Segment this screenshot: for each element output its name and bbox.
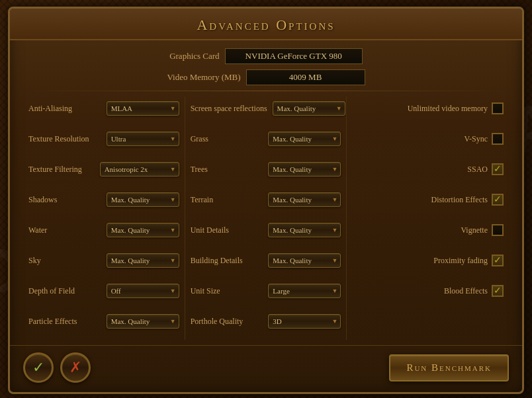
unit-details-row: Unit Details Max. Quality [191, 218, 341, 242]
shadows-label: Shadows [28, 195, 57, 205]
water-dropdown[interactable]: Max. Quality [107, 223, 179, 237]
unit-size-dropdown[interactable]: Large [268, 284, 341, 298]
shadows-row: Shadows Max. Quality [28, 188, 179, 212]
porthole-quality-dropdown-wrapper: 3D [268, 314, 341, 329]
unit-details-dropdown[interactable]: Max. Quality [268, 223, 341, 237]
shadows-dropdown[interactable]: Max. Quality [107, 192, 179, 207]
column-1: Anti-Aliasing MLAA Texture Resolution Ul… [23, 97, 185, 340]
ssao-label: SSAO [467, 165, 488, 175]
blood-effects-checkmark: ✓ [494, 286, 502, 296]
blood-effects-checkbox[interactable]: ✓ [492, 285, 504, 297]
shadows-dropdown-wrapper: Max. Quality [107, 192, 179, 207]
distortion-checkmark: ✓ [494, 195, 502, 204]
ssao-row: SSAO ✓ [467, 157, 504, 181]
sky-dropdown[interactable]: Max. Quality [107, 253, 179, 268]
texture-filtering-dropdown[interactable]: Anisotropic 2x [100, 162, 179, 177]
depth-of-field-label: Depth of Field [28, 286, 75, 296]
sky-label: Sky [28, 256, 41, 266]
building-details-row: Building Details Max. Quality [191, 249, 341, 272]
porthole-quality-dropdown[interactable]: 3D [268, 314, 341, 329]
vsync-label: V-Sync [464, 134, 488, 144]
particle-effects-row: Particle Effects Max. Quality [28, 309, 179, 333]
graphics-card-value: NVIDIA GeForce GTX 980 [225, 48, 363, 64]
anti-aliasing-dropdown[interactable]: MLAA [107, 101, 179, 116]
building-details-dropdown-wrapper: Max. Quality [268, 253, 341, 268]
unlimited-video-memory-row: Unlimited video memory [408, 97, 504, 120]
divider [23, 91, 509, 91]
terrain-row: Terrain Max. Quality [191, 188, 341, 212]
unit-size-label: Unit Size [191, 286, 220, 296]
cancel-icon: ✗ [69, 359, 81, 376]
building-details-dropdown[interactable]: Max. Quality [268, 253, 341, 268]
sky-dropdown-wrapper: Max. Quality [107, 253, 179, 268]
building-details-label: Building Details [191, 256, 243, 266]
water-row: Water Max. Quality [28, 218, 179, 242]
window-title: Advanced Options [197, 17, 335, 33]
title-bar: Advanced Options [10, 9, 522, 40]
proximity-fading-checkmark: ✓ [494, 256, 502, 265]
proximity-fading-label: Proximity fading [433, 256, 488, 266]
screen-reflections-row: Screen space reflections Max. Quality [191, 97, 341, 120]
video-memory-row: Video Memory (MB) 4009 MB [23, 69, 509, 85]
unit-size-dropdown-wrapper: Large [268, 284, 341, 298]
graphics-card-row: Graphics Card NVIDIA GeForce GTX 980 [23, 48, 509, 64]
depth-of-field-dropdown[interactable]: Off [107, 284, 179, 298]
particle-effects-dropdown-wrapper: Max. Quality [107, 314, 179, 329]
terrain-label: Terrain [191, 195, 213, 205]
water-dropdown-wrapper: Max. Quality [107, 223, 179, 237]
texture-filtering-label: Texture Filtering [28, 165, 82, 175]
column-2: Screen space reflections Max. Quality Gr… [185, 97, 347, 340]
ssao-checkmark: ✓ [494, 165, 502, 174]
ok-button[interactable]: ✓ [23, 352, 54, 383]
video-memory-label: Video Memory (MB) [167, 72, 240, 83]
proximity-fading-row: Proximity fading ✓ [433, 249, 504, 272]
blood-effects-row: Blood Effects ✓ [444, 279, 504, 303]
video-memory-value: 4009 MB [246, 69, 365, 85]
texture-resolution-label: Texture Resolution [28, 134, 89, 144]
screen-reflections-dropdown-wrapper: Max. Quality [273, 101, 345, 116]
trees-dropdown[interactable]: Max. Quality [268, 162, 341, 177]
distortion-effects-checkbox[interactable]: ✓ [492, 194, 504, 206]
graphics-card-label: Graphics Card [169, 51, 219, 61]
bottom-bar: ✓ ✗ Run Benchmark [10, 345, 522, 392]
run-benchmark-button[interactable]: Run Benchmark [389, 354, 509, 381]
terrain-dropdown-wrapper: Max. Quality [268, 192, 341, 207]
distortion-effects-label: Distortion Effects [431, 195, 488, 205]
texture-resolution-row: Texture Resolution Ultra [28, 127, 179, 151]
unlimited-video-memory-label: Unlimited video memory [408, 104, 488, 114]
trees-row: Trees Max. Quality [191, 157, 341, 181]
grass-label: Grass [191, 134, 208, 144]
trees-dropdown-wrapper: Max. Quality [268, 162, 341, 177]
unit-details-dropdown-wrapper: Max. Quality [268, 223, 341, 237]
texture-filtering-row: Texture Filtering Anisotropic 2x [28, 157, 179, 181]
terrain-dropdown[interactable]: Max. Quality [268, 192, 341, 207]
screen-reflections-dropdown[interactable]: Max. Quality [273, 101, 345, 116]
content-area: Graphics Card NVIDIA GeForce GTX 980 Vid… [10, 40, 522, 345]
porthole-quality-label: Porthole Quality [191, 317, 244, 327]
trees-label: Trees [191, 165, 208, 175]
texture-resolution-dropdown[interactable]: Ultra [107, 132, 179, 146]
vignette-row: Vignette [461, 218, 504, 242]
screen-reflections-label: Screen space reflections [191, 104, 267, 114]
water-label: Water [28, 225, 47, 235]
unlimited-video-memory-checkbox[interactable] [492, 102, 504, 114]
cancel-button[interactable]: ✗ [60, 352, 91, 383]
vsync-checkbox[interactable] [492, 133, 504, 145]
sky-row: Sky Max. Quality [28, 249, 179, 272]
depth-of-field-dropdown-wrapper: Off [107, 284, 179, 298]
distortion-effects-row: Distortion Effects ✓ [431, 188, 504, 212]
ssao-checkbox[interactable]: ✓ [492, 163, 504, 175]
depth-of-field-row: Depth of Field Off [28, 279, 179, 303]
grass-dropdown-wrapper: Max. Quality [268, 132, 341, 146]
proximity-fading-checkbox[interactable]: ✓ [492, 255, 504, 266]
vignette-label: Vignette [461, 225, 488, 235]
texture-filtering-dropdown-wrapper: Anisotropic 2x [100, 162, 179, 177]
grass-dropdown[interactable]: Max. Quality [268, 132, 341, 146]
bottom-left-buttons: ✓ ✗ [23, 352, 91, 383]
particle-effects-dropdown[interactable]: Max. Quality [107, 314, 179, 329]
particle-effects-label: Particle Effects [28, 317, 77, 327]
unit-size-row: Unit Size Large [191, 279, 341, 303]
vignette-checkbox[interactable] [492, 224, 504, 236]
anti-aliasing-label: Anti-Aliasing [28, 104, 72, 114]
porthole-quality-row: Porthole Quality 3D [191, 309, 341, 333]
